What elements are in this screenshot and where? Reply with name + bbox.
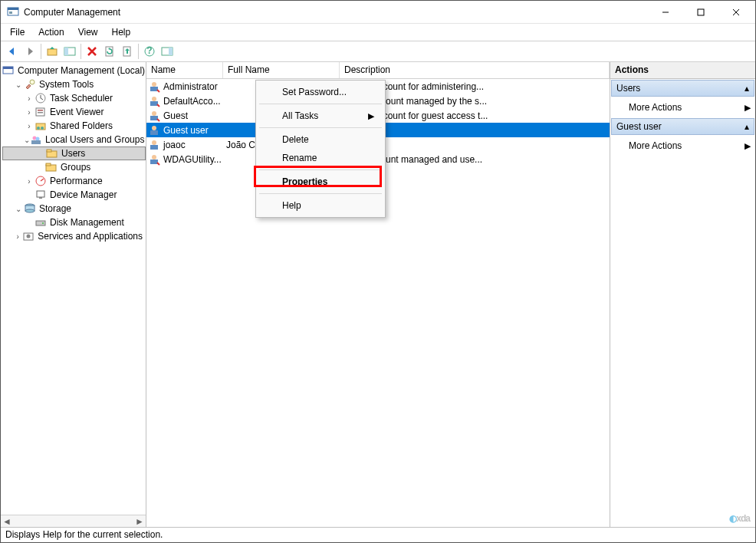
svg-point-53 <box>152 155 156 160</box>
show-hide-tree-button[interactable] <box>61 43 78 60</box>
status-bar: Displays Help for the current selection. <box>1 527 755 542</box>
expand-icon[interactable]: › <box>13 232 22 241</box>
svg-rect-7 <box>48 49 57 55</box>
export-button[interactable] <box>119 43 136 60</box>
menu-help[interactable]: Help <box>106 25 137 39</box>
tree-disk-management[interactable]: Disk Management <box>2 216 146 229</box>
action-more-guest[interactable]: More Actions▶ <box>610 136 755 156</box>
clock-icon <box>35 92 47 104</box>
svg-point-47 <box>152 111 156 116</box>
svg-point-27 <box>36 137 40 141</box>
tree-groups[interactable]: Groups <box>2 160 146 174</box>
column-name[interactable]: Name <box>146 62 223 78</box>
ctx-label: Rename <box>282 153 317 163</box>
menu-file[interactable]: File <box>4 25 31 39</box>
actions-section-guest[interactable]: Guest user▴ <box>611 118 754 135</box>
up-button[interactable] <box>44 43 61 60</box>
collapse-icon[interactable]: ⌄ <box>13 205 24 213</box>
menu-view[interactable]: View <box>72 25 104 39</box>
column-full-name[interactable]: Full Name <box>223 62 340 78</box>
chevron-right-icon: ▶ <box>368 111 374 121</box>
svg-point-43 <box>152 82 156 87</box>
action-more-users[interactable]: More Actions▶ <box>610 97 755 117</box>
help-button[interactable]: ? <box>141 43 158 60</box>
tree-root[interactable]: Computer Management (Local) <box>2 64 146 77</box>
services-icon <box>22 230 35 242</box>
tree-pane: Computer Management (Local) ⌄System Tool… <box>1 62 146 527</box>
svg-rect-35 <box>39 197 42 199</box>
svg-rect-44 <box>150 87 158 91</box>
ctx-label: All Tasks <box>282 110 318 121</box>
refresh-button[interactable] <box>101 43 118 60</box>
svg-rect-48 <box>150 116 158 120</box>
user-name: joaoc <box>162 140 225 150</box>
tree-services-apps[interactable]: ›Services and Applications <box>2 229 146 243</box>
collapse-icon[interactable]: ▴ <box>744 83 749 94</box>
svg-rect-22 <box>38 112 43 114</box>
ctx-separator <box>259 193 382 194</box>
expand-icon[interactable]: › <box>24 108 35 117</box>
folder-icon <box>46 147 58 160</box>
app-icon <box>7 6 19 18</box>
ctx-label: Properties <box>282 176 327 187</box>
expand-icon[interactable]: › <box>24 94 35 103</box>
tree-storage[interactable]: ⌄Storage <box>2 202 146 216</box>
tree-label: System Tools <box>39 79 94 90</box>
ctx-help[interactable]: Help <box>256 196 385 215</box>
toolbar-separator <box>81 44 81 59</box>
tree-performance[interactable]: ›Performance <box>2 174 146 188</box>
tree-event-viewer[interactable]: ›Event Viewer <box>2 105 146 119</box>
ctx-separator <box>259 104 382 104</box>
ctx-all-tasks[interactable]: All Tasks▶ <box>256 107 385 125</box>
tree-task-scheduler[interactable]: ›Task Scheduler <box>2 91 146 105</box>
user-name: DefaultAcco... <box>162 96 225 107</box>
ctx-set-password[interactable]: Set Password... <box>256 83 385 101</box>
tree-label: Storage <box>39 203 71 214</box>
ctx-label: Delete <box>282 134 309 145</box>
tools-icon <box>24 78 36 90</box>
svg-rect-32 <box>46 163 51 166</box>
tree-label: Disk Management <box>50 217 124 228</box>
folder-icon <box>45 161 58 173</box>
tree-horizontal-scrollbar[interactable]: ◄► <box>1 515 146 527</box>
action-pane-toggle[interactable] <box>159 43 176 60</box>
user-icon <box>148 110 160 122</box>
tree-local-users-groups[interactable]: ⌄Local Users and Groups <box>2 133 146 146</box>
ctx-rename[interactable]: Rename <box>256 149 385 167</box>
chevron-right-icon: ▶ <box>744 103 751 113</box>
tree-system-tools[interactable]: ⌄System Tools <box>2 77 146 91</box>
action-label: More Actions <box>629 140 682 151</box>
ctx-delete[interactable]: Delete <box>256 130 385 149</box>
user-icon <box>148 153 160 166</box>
column-description[interactable]: Description <box>340 62 610 78</box>
menu-action[interactable]: Action <box>32 25 70 39</box>
svg-point-45 <box>152 97 156 101</box>
user-name: WDAGUtility... <box>162 154 225 165</box>
forward-button[interactable] <box>21 43 38 60</box>
tree-device-manager[interactable]: Device Manager <box>2 188 146 202</box>
tree-label: Computer Management (Local) <box>18 65 145 76</box>
ctx-properties[interactable]: Properties <box>256 173 385 191</box>
close-button[interactable] <box>718 1 754 24</box>
collapse-icon[interactable]: ▴ <box>744 121 749 132</box>
tree-label: Task Scheduler <box>50 93 113 104</box>
svg-rect-50 <box>150 130 158 135</box>
tree-shared-folders[interactable]: ›Shared Folders <box>2 119 146 133</box>
svg-rect-39 <box>36 221 45 225</box>
maximize-button[interactable] <box>683 1 718 24</box>
ctx-label: Help <box>282 200 301 211</box>
tree-label: Services and Applications <box>38 231 143 242</box>
actions-section-users[interactable]: Users▴ <box>611 80 754 97</box>
minimize-button[interactable] <box>648 1 683 24</box>
back-button[interactable] <box>4 43 21 60</box>
collapse-icon[interactable]: ⌄ <box>24 136 30 144</box>
event-viewer-icon <box>35 106 47 118</box>
delete-button[interactable] <box>84 43 100 60</box>
expand-icon[interactable]: › <box>24 122 35 130</box>
tree-users[interactable]: Users <box>2 146 146 160</box>
collapse-icon[interactable]: ⌄ <box>13 81 24 89</box>
svg-rect-4 <box>698 9 704 15</box>
expand-icon[interactable]: › <box>24 177 35 186</box>
svg-point-18 <box>30 80 35 84</box>
actions-header: Actions <box>610 62 755 79</box>
